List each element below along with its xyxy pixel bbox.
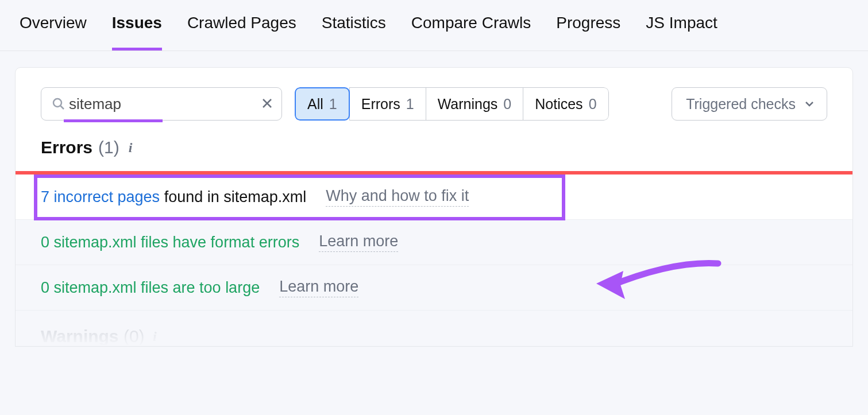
- search-field-wrap: [41, 87, 282, 121]
- filter-notices-label: Notices: [535, 96, 582, 113]
- tab-statistics[interactable]: Statistics: [322, 14, 386, 40]
- issue-row[interactable]: 7 incorrect pages found in sitemap.xml W…: [16, 174, 852, 220]
- issue-row[interactable]: 0 sitemap.xml files are too large Learn …: [16, 265, 852, 311]
- issue-text: 0 sitemap.xml files are too large: [41, 279, 260, 297]
- chevron-down-icon: [804, 98, 815, 110]
- triggered-checks-dropdown[interactable]: Triggered checks: [672, 87, 827, 121]
- section-title: Warnings: [41, 327, 119, 346]
- filter-all-count: 1: [329, 96, 337, 113]
- close-icon: [261, 98, 273, 109]
- errors-section-heading: Errors (1) i: [16, 138, 852, 171]
- filter-notices[interactable]: Notices 0: [523, 87, 608, 121]
- issue-row[interactable]: 0 sitemap.xml files have format errors L…: [16, 220, 852, 265]
- page-bottom-fade: [0, 386, 868, 415]
- learn-more-link[interactable]: Learn more: [279, 278, 358, 297]
- search-input[interactable]: [65, 95, 259, 113]
- filter-notices-count: 0: [589, 96, 597, 113]
- tab-progress[interactable]: Progress: [556, 14, 620, 40]
- main-tabs: Overview Issues Crawled Pages Statistics…: [0, 0, 868, 51]
- tab-crawled-pages[interactable]: Crawled Pages: [187, 14, 296, 40]
- issue-suffix: found in sitemap.xml: [160, 188, 306, 205]
- search-icon: [52, 97, 65, 111]
- filter-errors[interactable]: Errors 1: [349, 87, 426, 121]
- issue-text: 0 sitemap.xml files have format errors: [41, 234, 299, 251]
- info-icon[interactable]: i: [129, 140, 133, 156]
- toolbar: All 1 Errors 1 Warnings 0 Notices 0 Trig…: [16, 87, 852, 138]
- section-count: (0): [124, 327, 145, 346]
- clear-search-button[interactable]: [259, 96, 275, 112]
- tab-compare-crawls[interactable]: Compare Crawls: [411, 14, 531, 40]
- svg-point-0: [53, 99, 61, 107]
- section-title: Errors: [41, 138, 92, 157]
- filter-errors-label: Errors: [361, 96, 400, 113]
- issue-row-highlighted: 7 incorrect pages found in sitemap.xml W…: [16, 174, 852, 220]
- filter-errors-count: 1: [406, 96, 414, 113]
- issue-link[interactable]: 7 incorrect pages: [41, 188, 160, 205]
- issues-panel: All 1 Errors 1 Warnings 0 Notices 0 Trig…: [15, 67, 853, 347]
- filter-warnings-label: Warnings: [438, 96, 498, 113]
- svg-line-1: [61, 106, 64, 110]
- issue-text: 7 incorrect pages found in sitemap.xml: [41, 188, 306, 206]
- why-fix-link[interactable]: Why and how to fix it: [326, 187, 469, 207]
- tab-js-impact[interactable]: JS Impact: [646, 14, 717, 40]
- filter-warnings-count: 0: [503, 96, 511, 113]
- warnings-section-heading: Warnings (0) i: [16, 311, 852, 346]
- filter-segmented: All 1 Errors 1 Warnings 0 Notices 0: [295, 87, 609, 121]
- section-count: (1): [98, 138, 119, 157]
- info-icon: i: [153, 329, 157, 344]
- filter-warnings[interactable]: Warnings 0: [426, 87, 524, 121]
- filter-all-label: All: [307, 96, 323, 113]
- dropdown-label: Triggered checks: [686, 96, 796, 113]
- tab-overview[interactable]: Overview: [20, 14, 87, 40]
- filter-all[interactable]: All 1: [295, 87, 350, 121]
- tab-issues[interactable]: Issues: [112, 14, 162, 40]
- learn-more-link[interactable]: Learn more: [319, 232, 398, 252]
- annotation-underline: [64, 119, 163, 122]
